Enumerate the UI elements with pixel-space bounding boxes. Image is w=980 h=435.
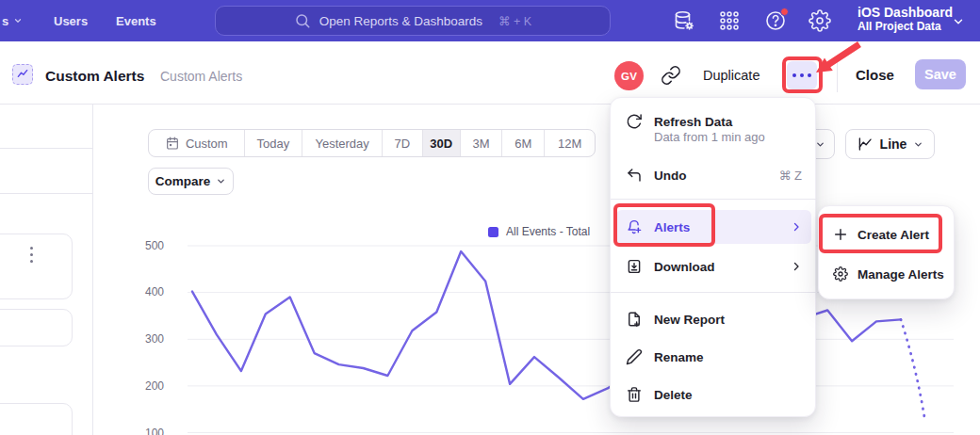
- trash-icon: [626, 386, 643, 403]
- menu-divider: [611, 199, 817, 200]
- chart-forecast: [901, 319, 925, 422]
- menu-item-rename[interactable]: Rename: [611, 340, 817, 374]
- submenu-item-manage-alerts[interactable]: Manage Alerts: [819, 257, 956, 291]
- bell-plus-icon: [626, 218, 643, 235]
- plus-icon: [833, 227, 848, 242]
- undo-shortcut: ⌘ Z: [778, 169, 802, 183]
- chevron-right-icon: [791, 221, 802, 233]
- menu-item-undo[interactable]: Undo ⌘ Z: [611, 158, 817, 192]
- gear-icon: [833, 266, 848, 282]
- more-options-menu: Refresh Data Data from 1 min ago Undo ⌘ …: [610, 97, 816, 417]
- new-report-icon: [626, 311, 643, 328]
- pencil-icon: [626, 348, 643, 365]
- menu-item-delete[interactable]: Delete: [611, 378, 817, 411]
- chevron-right-icon: [791, 261, 802, 272]
- submenu-item-create-alert[interactable]: Create Alert: [819, 218, 956, 251]
- alerts-submenu: Create Alert Manage Alerts: [818, 205, 955, 299]
- menu-item-new-report[interactable]: New Report: [611, 302, 817, 336]
- menu-divider: [611, 292, 817, 293]
- refresh-icon: [626, 113, 643, 130]
- menu-item-refresh-sublabel: Data from 1 min ago: [654, 130, 765, 144]
- menu-item-download[interactable]: Download: [611, 250, 817, 283]
- undo-icon: [626, 167, 643, 184]
- menu-item-alerts[interactable]: Alerts: [616, 210, 811, 244]
- download-icon: [626, 258, 643, 275]
